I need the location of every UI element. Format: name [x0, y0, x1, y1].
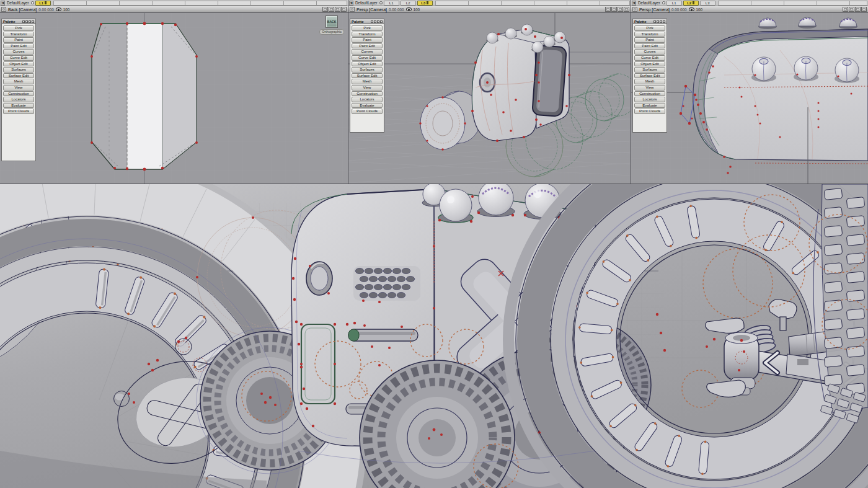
palette-close-icon[interactable]	[380, 20, 383, 23]
palette-item[interactable]: Object Edit	[3, 61, 34, 67]
palette-item[interactable]: Paint Edit	[352, 43, 383, 49]
window-close-icon[interactable]	[861, 7, 867, 12]
persp-view-scene[interactable]	[348, 13, 631, 184]
palette-item[interactable]: Construction	[352, 91, 383, 97]
detail-viewport[interactable]	[0, 184, 868, 488]
palette-item[interactable]: Paint	[352, 37, 383, 43]
palette-item[interactable]: Surfaces	[3, 67, 34, 73]
layer-slot-strip[interactable]	[435, 1, 630, 6]
back-view-canvas[interactable]: BACK Orthographic Palette PickTransformP…	[0, 13, 348, 184]
window-maximize-icon[interactable]	[618, 7, 623, 12]
palette-dock-icon[interactable]	[371, 20, 373, 23]
palette-collapse-icon[interactable]	[657, 20, 659, 23]
palette-item[interactable]: Locators	[634, 97, 665, 102]
palette-item[interactable]: Curves	[634, 49, 665, 55]
window-pane-icon[interactable]	[605, 7, 611, 12]
rover-body-back-profile[interactable]	[91, 22, 198, 171]
palette-close-icon[interactable]	[32, 20, 34, 23]
default-layer-label[interactable]: DefaultLayer	[637, 1, 661, 5]
layer-scroll-left-icon[interactable]: ◀	[632, 1, 636, 6]
palette-menu-icon[interactable]	[29, 20, 31, 23]
camera-widget[interactable]: BACK Orthographic	[319, 16, 344, 35]
palette-item[interactable]: Locators	[352, 97, 383, 102]
palette-item[interactable]: Transform	[3, 32, 34, 37]
layer-tab[interactable]: L1	[666, 1, 682, 6]
palette-collapse-icon[interactable]	[25, 20, 28, 23]
palette-header[interactable]: Palette	[1, 19, 36, 24]
layer-tab[interactable]: L1	[384, 1, 399, 6]
viewport-menu-icon[interactable]	[1, 7, 6, 12]
palette-item[interactable]: Evaluate	[3, 103, 34, 109]
palette-menu-icon[interactable]	[660, 20, 662, 23]
window-pane-icon[interactable]	[322, 7, 328, 12]
palette-item[interactable]: Point Clouds	[634, 109, 665, 114]
palette-item[interactable]: Surface Edit	[352, 73, 383, 79]
detail-viewport-scene[interactable]	[0, 184, 868, 488]
layer-scroll-left-icon[interactable]: ◀	[1, 1, 5, 6]
window-split-icon[interactable]	[611, 7, 617, 12]
palette-item[interactable]: Curve Edit	[3, 55, 34, 61]
window-maximize-icon[interactable]	[855, 7, 861, 12]
window-maximize-icon[interactable]	[335, 7, 340, 12]
viewport-menu-icon[interactable]	[632, 7, 637, 12]
layer-tab[interactable]: L1	[35, 1, 51, 6]
palette-item[interactable]: Locators	[3, 97, 34, 102]
palette-item[interactable]: Paint	[3, 37, 34, 43]
layer-tab[interactable]: L3	[700, 1, 715, 6]
palette-item[interactable]: Transform	[634, 32, 665, 37]
layer-tab[interactable]: L2	[401, 1, 416, 6]
palette-item[interactable]: Object Edit	[634, 61, 665, 67]
palette-close-icon[interactable]	[663, 20, 665, 23]
palette-item[interactable]: Curve Edit	[634, 55, 665, 61]
palette-item[interactable]: Paint	[634, 37, 665, 43]
palette-item[interactable]: Paint Edit	[634, 43, 665, 49]
layer-tab[interactable]: L2	[683, 1, 699, 6]
palette-item[interactable]: View	[634, 85, 665, 91]
palette-dock-icon[interactable]	[653, 20, 656, 23]
layer-slot-strip[interactable]	[718, 1, 867, 6]
palette-item[interactable]: Surface Edit	[634, 73, 665, 79]
palette-item[interactable]: Surfaces	[634, 67, 665, 73]
layer-radio[interactable]	[662, 1, 665, 4]
palette-collapse-icon[interactable]	[374, 20, 376, 23]
window-close-icon[interactable]	[341, 7, 347, 12]
palette-item[interactable]: Transform	[352, 32, 383, 37]
default-layer-label[interactable]: DefaultLayer	[355, 1, 378, 5]
palette-item[interactable]: Point Clouds	[352, 109, 383, 114]
layer-radio[interactable]	[31, 1, 34, 4]
palette-item[interactable]: Evaluate	[634, 103, 665, 109]
palette-item[interactable]: Pick	[352, 25, 383, 31]
window-split-icon[interactable]	[849, 7, 854, 12]
palette-item[interactable]: Object Edit	[352, 61, 383, 67]
window-split-icon[interactable]	[329, 7, 334, 12]
palette-item[interactable]: Surfaces	[352, 67, 383, 73]
palette-item[interactable]: Mesh	[3, 79, 34, 84]
palette-item[interactable]: View	[3, 85, 34, 91]
back-view-scene[interactable]	[0, 13, 348, 184]
default-layer-label[interactable]: DefaultLayer	[6, 1, 30, 5]
palette-item[interactable]: Pick	[634, 25, 665, 31]
palette-item[interactable]: View	[352, 85, 383, 91]
palette-item[interactable]: Paint Edit	[3, 43, 34, 49]
camera-cube[interactable]: BACK	[326, 16, 338, 28]
persp-view-canvas[interactable]: Palette PickTransformPaintPaint EditCurv…	[348, 13, 631, 184]
palette-header[interactable]: Palette	[632, 19, 667, 24]
palette-item[interactable]: Point Clouds	[3, 109, 34, 114]
palette-item[interactable]: Construction	[3, 91, 34, 97]
layer-slot-strip[interactable]	[53, 1, 347, 6]
palette-item[interactable]: Curves	[3, 49, 34, 55]
palette-menu-icon[interactable]	[377, 20, 379, 23]
visibility-eye-icon[interactable]	[689, 7, 694, 11]
visibility-eye-icon[interactable]	[56, 7, 61, 11]
window-close-icon[interactable]	[624, 7, 629, 12]
palette-item[interactable]: Mesh	[352, 79, 383, 84]
palette-item[interactable]: Evaluate	[352, 103, 383, 109]
palette-item[interactable]: Curves	[352, 49, 383, 55]
palette-item[interactable]: Mesh	[634, 79, 665, 84]
palette-header[interactable]: Palette	[350, 19, 384, 24]
palette-item[interactable]: Pick	[3, 25, 34, 31]
layer-tab[interactable]: L3	[417, 1, 433, 6]
viewport-menu-icon[interactable]	[350, 7, 355, 12]
visibility-eye-icon[interactable]	[406, 7, 412, 11]
layer-scroll-left-icon[interactable]: ◀	[349, 1, 353, 6]
